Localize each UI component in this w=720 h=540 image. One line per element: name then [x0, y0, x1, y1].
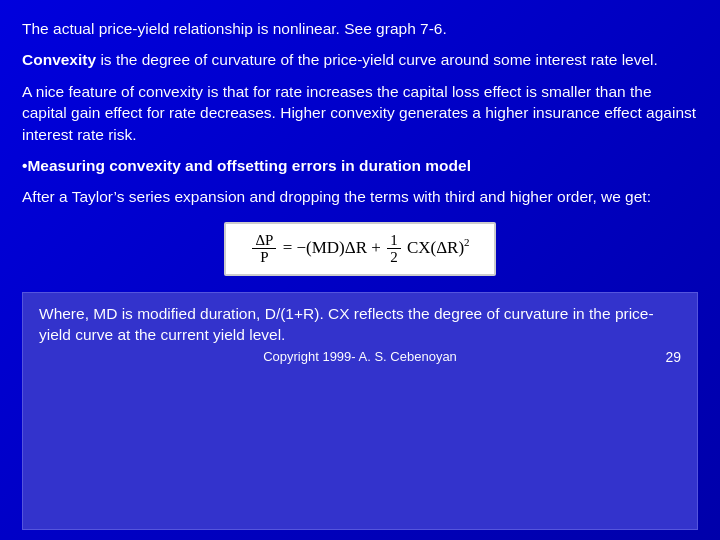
formula-rhs: = −(MD)ΔR + — [283, 238, 381, 257]
lhs-fraction: ΔP P — [252, 232, 276, 266]
footer: Copyright 1999- A. S. Cebenoyan 29 — [39, 349, 681, 364]
slide: The actual price-yield relationship is n… — [0, 0, 720, 540]
page-number: 29 — [665, 349, 681, 365]
rhs-numerator: 1 — [387, 232, 401, 250]
formula-content: ΔP P = −(MD)ΔR + 1 2 CX(ΔR)2 — [250, 238, 469, 257]
convexity-term: Convexity — [22, 51, 96, 68]
rhs-denominator: 2 — [387, 249, 401, 266]
copyright-text: Copyright 1999- A. S. Cebenoyan — [263, 349, 457, 364]
paragraph-3: A nice feature of convexity is that for … — [22, 81, 698, 145]
bottom-section: Where, MD is modified duration, D/(1+R).… — [22, 292, 698, 530]
formula-box: ΔP P = −(MD)ΔR + 1 2 CX(ΔR)2 — [224, 222, 495, 276]
paragraph-2-suffix: is the degree of curvature of the price-… — [96, 51, 658, 68]
formula-block: ΔP P = −(MD)ΔR + 1 2 CX(ΔR)2 — [22, 222, 698, 276]
paragraph-4: After a Taylor’s series expansion and dr… — [22, 186, 698, 207]
paragraph-2: Convexity is the degree of curvature of … — [22, 49, 698, 70]
formula-rhs2: CX(ΔR)2 — [407, 238, 470, 257]
rhs-fraction: 1 2 — [387, 232, 401, 266]
bottom-text: Where, MD is modified duration, D/(1+R).… — [39, 303, 681, 346]
lhs-numerator: ΔP — [252, 232, 276, 250]
paragraph-1: The actual price-yield relationship is n… — [22, 18, 698, 39]
lhs-denominator: P — [257, 249, 271, 266]
bullet-point: •Measuring convexity and offsetting erro… — [22, 155, 698, 176]
